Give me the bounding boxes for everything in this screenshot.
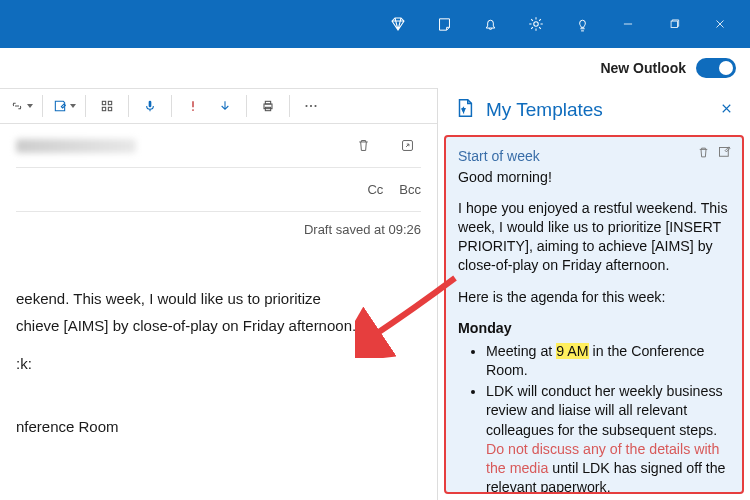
new-outlook-toggle[interactable] xyxy=(696,58,736,78)
compose-body[interactable]: eekend. This week, I would like us to pr… xyxy=(16,247,421,438)
svg-rect-3 xyxy=(108,101,111,104)
svg-rect-6 xyxy=(149,101,152,108)
svg-point-11 xyxy=(305,105,307,107)
svg-rect-9 xyxy=(265,101,270,104)
lightbulb-icon[interactable] xyxy=(560,2,604,46)
premium-diamond-icon[interactable] xyxy=(376,2,420,46)
svg-point-12 xyxy=(310,105,312,107)
template-day-heading: Monday xyxy=(458,319,730,338)
template-delete-icon[interactable] xyxy=(696,145,711,165)
svg-point-13 xyxy=(314,105,316,107)
note-icon[interactable] xyxy=(422,2,466,46)
apps-grid-icon[interactable] xyxy=(92,91,122,121)
svg-rect-5 xyxy=(108,107,111,110)
template-bullet: Meeting at 9 AM in the Conference Room. xyxy=(486,342,730,380)
template-edit-icon[interactable] xyxy=(717,145,732,165)
compose-toolbar xyxy=(0,88,437,124)
body-line: eekend. This week, I would like us to pr… xyxy=(16,287,421,310)
delete-trash-icon[interactable] xyxy=(349,132,377,160)
template-greeting: Good morning! xyxy=(458,168,730,187)
svg-point-0 xyxy=(534,22,539,27)
cc-row: Cc Bcc xyxy=(16,168,421,212)
to-field-row xyxy=(16,124,421,168)
template-bullet: LDK will conduct her weekly business rev… xyxy=(486,382,730,494)
pop-out-icon[interactable] xyxy=(393,132,421,160)
window-close-button[interactable] xyxy=(698,2,742,46)
to-field-blurred[interactable] xyxy=(16,139,136,153)
importance-high-icon[interactable] xyxy=(178,91,208,121)
svg-marker-15 xyxy=(461,108,466,114)
draft-saved-status: Draft saved at 09:26 xyxy=(16,212,421,247)
window-restore-button[interactable] xyxy=(652,2,696,46)
svg-point-7 xyxy=(192,109,194,111)
window-minimize-button[interactable] xyxy=(606,2,650,46)
template-name: Start of week xyxy=(458,147,730,166)
svg-rect-4 xyxy=(102,107,105,110)
dictate-mic-icon[interactable] xyxy=(135,91,165,121)
subbar: New Outlook xyxy=(0,48,750,88)
bell-icon[interactable] xyxy=(468,2,512,46)
importance-low-icon[interactable] xyxy=(210,91,240,121)
window-titlebar xyxy=(0,0,750,48)
template-agenda-intro: Here is the agenda for this week: xyxy=(458,288,730,307)
templates-panel-icon xyxy=(454,97,476,123)
svg-rect-2 xyxy=(102,101,105,104)
body-line: nference Room xyxy=(16,415,421,438)
svg-rect-1 xyxy=(671,21,677,27)
settings-gear-icon[interactable] xyxy=(514,2,558,46)
compose-pane: Cc Bcc Draft saved at 09:26 eekend. This… xyxy=(0,88,438,500)
template-card[interactable]: Start of week Good morning! I hope you e… xyxy=(444,135,744,494)
body-line: chieve [AIMS] by close-of-play on Friday… xyxy=(16,314,421,337)
signature-icon[interactable] xyxy=(49,91,79,121)
panel-title: My Templates xyxy=(486,99,709,121)
link-icon[interactable] xyxy=(6,91,36,121)
cc-button[interactable]: Cc xyxy=(367,182,383,197)
new-outlook-label: New Outlook xyxy=(600,60,686,76)
print-icon[interactable] xyxy=(253,91,283,121)
body-line: :k: xyxy=(16,352,421,375)
highlight-time: 9 AM xyxy=(556,343,588,359)
my-templates-panel: My Templates Start of week Good morning!… xyxy=(438,88,750,500)
panel-close-button[interactable] xyxy=(719,100,734,121)
more-options-icon[interactable] xyxy=(296,91,326,121)
template-intro: I hope you enjoyed a restful weekend. Th… xyxy=(458,199,730,276)
bcc-button[interactable]: Bcc xyxy=(399,182,421,197)
